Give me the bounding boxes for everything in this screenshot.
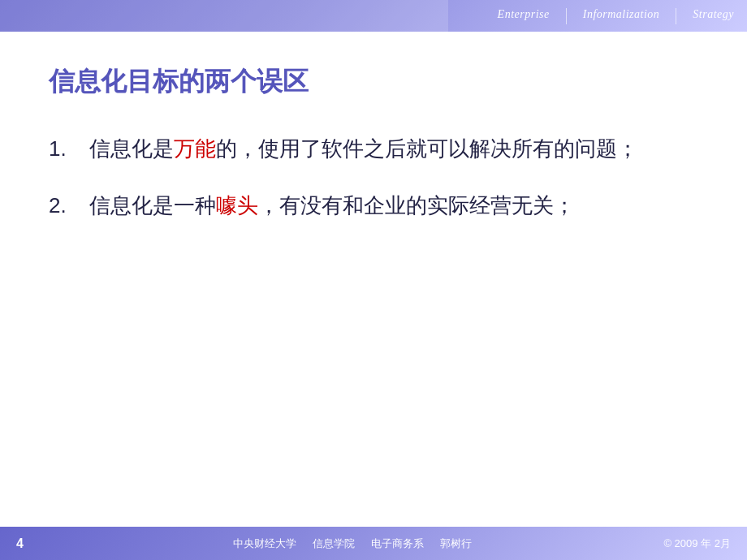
- slide-content: 信息化目标的两个误区 1. 信息化是万能的，使用了软件之后就可以解决所有的问题；…: [0, 32, 747, 527]
- list-number-1: 1.: [49, 132, 89, 165]
- nav-separator-2: [676, 8, 676, 24]
- list-text-2-highlight: 噱头: [216, 193, 258, 218]
- slide-title: 信息化目标的两个误区: [49, 64, 698, 100]
- footer-institution-3: 电子商务系: [371, 536, 424, 551]
- list-text-2: 信息化是一种噱头，有没有和企业的实际经营无关；: [89, 189, 698, 222]
- list-text-1-after: 的，使用了软件之后就可以解决所有的问题；: [216, 136, 638, 161]
- content-list: 1. 信息化是万能的，使用了软件之后就可以解决所有的问题； 2. 信息化是一种噱…: [49, 132, 698, 222]
- nav-strategy: Strategy: [693, 8, 734, 24]
- footer-page-number: 4: [16, 536, 41, 551]
- list-item-1: 1. 信息化是万能的，使用了软件之后就可以解决所有的问题；: [49, 132, 698, 165]
- footer-center: 中央财经大学 信息学院 电子商务系 郭树行: [41, 536, 663, 551]
- list-text-1-highlight: 万能: [174, 136, 216, 161]
- nav-enterprise: Enterprise: [498, 8, 550, 24]
- list-text-2-after: ，有没有和企业的实际经营无关；: [258, 193, 575, 218]
- list-item-2: 2. 信息化是一种噱头，有没有和企业的实际经营无关；: [49, 189, 698, 222]
- list-text-2-before: 信息化是一种: [89, 193, 216, 218]
- top-nav: Enterprise Informalization Strategy: [498, 8, 734, 24]
- footer-author: 郭树行: [440, 536, 472, 551]
- top-bar: Enterprise Informalization Strategy: [0, 0, 747, 32]
- footer-copyright: © 2009 年 2月: [663, 536, 731, 551]
- nav-separator-1: [566, 8, 567, 24]
- footer-institution-1: 中央财经大学: [233, 536, 296, 551]
- nav-informalization: Informalization: [583, 8, 660, 24]
- list-number-2: 2.: [49, 189, 89, 222]
- list-text-1: 信息化是万能的，使用了软件之后就可以解决所有的问题；: [89, 132, 698, 165]
- list-text-1-before: 信息化是: [89, 136, 174, 161]
- bottom-bar: 4 中央财经大学 信息学院 电子商务系 郭树行 © 2009 年 2月: [0, 527, 747, 560]
- footer-institution-2: 信息学院: [313, 536, 355, 551]
